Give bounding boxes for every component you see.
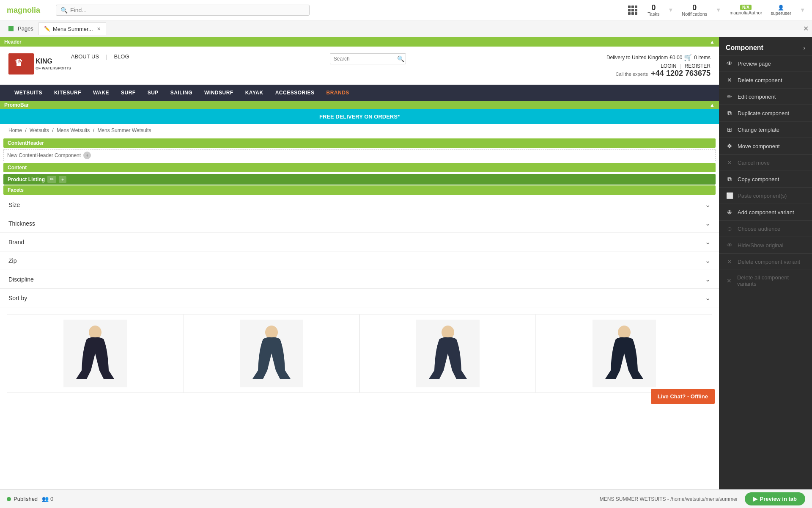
kow-logo: ♛ KING OF WATERSPORTS [8,53,71,75]
add-content-header-button[interactable]: + [83,152,91,159]
content-section-label[interactable]: Content [3,163,716,172]
facets-section-label[interactable]: Facets [3,185,716,195]
add-product-listing-button[interactable]: + [59,176,66,183]
header-nav-links: ABOUT US | BLOG [71,53,129,60]
published-dot [7,497,11,501]
header-section-label[interactable]: Header ▲ [0,37,719,47]
author-badge[interactable]: N/A magnoliaAuthor [730,5,762,15]
logo-box: ♛ [8,53,34,75]
user-icon: 👤 [778,5,784,11]
grid-icon[interactable] [628,6,637,15]
products-grid [0,307,719,400]
page-content[interactable]: Header ▲ ♛ KING OF WATERSPORTS [0,37,719,489]
delete-variant-icon: ✕ [726,258,733,265]
product-card-2[interactable] [183,314,359,393]
nav-accessories[interactable]: ACCESSORIES [269,85,321,101]
discipline-chevron: ⌄ [705,275,710,283]
nav-kitesurf[interactable]: KITESURF [48,85,87,101]
find-input[interactable] [70,7,305,14]
active-tab[interactable]: ✏️ Mens Summer... × [38,22,106,35]
logo-text: KING OF WATERSPORTS [36,57,71,71]
filter-zip[interactable]: Zip ⌄ [0,251,719,270]
magnolia-logo[interactable]: magnolia [7,5,41,15]
users-icon: 👥 [42,496,49,502]
product-card-4[interactable] [536,314,712,393]
edit-product-listing-button[interactable]: ✏ [47,176,56,183]
header-search: 🔍 [129,53,606,64]
thickness-chevron: ⌄ [705,219,710,227]
live-chat-button[interactable]: Live Chat? - Offline [651,389,715,404]
nav-brands[interactable]: BRANDS [321,85,355,101]
store-header: ♛ KING OF WATERSPORTS ABOUT US | BLOG [0,47,719,85]
paste-icon: ⬜ [726,192,733,199]
sortby-chevron: ⌄ [705,294,710,302]
component-sidebar: Component › 👁 Preview page ✕ Delete comp… [719,37,812,489]
filter-sortby[interactable]: Sort by ⌄ [0,289,719,307]
filter-size[interactable]: Size ⌄ [0,196,719,214]
sidebar-hide-show-original: 👁 Hide/Show original [719,237,812,253]
nav-windsurf[interactable]: WINDSURF [198,85,239,101]
user-count: 👥 0 [42,496,53,502]
cart-icon[interactable]: 🛒 [684,53,692,61]
promobar-chevron: ▲ [710,102,715,108]
find-bar[interactable]: 🔍 [56,5,310,16]
bottom-bar: Published 👥 0 MENS SUMMER WETSUITS - /ho… [0,489,812,508]
copy-icon: ⧉ [726,175,733,183]
svg-point-3 [265,326,278,339]
sidebar-add-variant[interactable]: ⊕ Add component variant [719,204,812,220]
breadcrumb: Home / Wetsuits / Mens Wetsuits / Mens S… [0,124,719,137]
nav-wetsuits[interactable]: WETSUITS [8,85,48,101]
tab-bar-close-button[interactable]: ✕ [803,25,809,33]
pages-tab[interactable]: Pages [3,23,38,34]
svg-text:magnolia: magnolia [7,6,41,14]
filter-thickness[interactable]: Thickness ⌄ [0,214,719,233]
duplicate-icon: ⧉ [726,109,733,117]
preview-in-tab-button[interactable]: ▶ Preview in tab [745,492,805,505]
product-image-3 [416,320,480,387]
page-path: MENS SUMMER WETSUITS - /home/wetsuits/me… [600,496,738,502]
sidebar-preview-page[interactable]: 👁 Preview page [719,55,812,72]
phone-info: Call the experts +44 1202 763675 [606,69,710,78]
top-bar-right: 0 Tasks ▼ 0 Notifications ▼ N/A magnolia… [628,4,805,17]
filters-list: Size ⌄ Thickness ⌄ Brand ⌄ Zip ⌄ Discipl… [0,196,719,307]
nav-kayak[interactable]: KAYAK [239,85,269,101]
new-component-bar: New ContentHeader Component + [3,149,716,161]
sidebar-change-template[interactable]: ⊞ Change template [719,121,812,138]
sidebar-copy-component[interactable]: ⧉ Copy component [719,171,812,187]
sidebar-edit-component[interactable]: ✏ Edit component [719,88,812,105]
product-listing-bar: Product Listing ✏ + [3,174,716,185]
product-card-3[interactable] [359,314,536,393]
top-bar: magnolia 🔍 0 Tasks ▼ 0 Notifications ▼ N… [0,0,812,20]
brand-chevron: ⌄ [705,238,710,246]
content-header-label[interactable]: ContentHeader [3,138,716,148]
delete-icon: ✕ [726,76,733,84]
tasks-button[interactable]: 0 Tasks [647,4,659,17]
store-search-bar[interactable]: 🔍 [330,53,406,64]
user-menu[interactable]: 👤 superuser [771,5,791,16]
store-search-input[interactable] [334,56,397,62]
main-layout: Header ▲ ♛ KING OF WATERSPORTS [0,37,812,489]
search-submit-icon[interactable]: 🔍 [397,55,404,62]
nav-sailing[interactable]: SAILING [165,85,198,101]
sidebar-expand-icon[interactable]: › [803,44,805,51]
product-image-4 [593,320,656,387]
nav-wake[interactable]: WAKE [87,85,115,101]
sidebar-delete-component[interactable]: ✕ Delete component [719,72,812,88]
header-chevron: ▲ [710,39,715,45]
sidebar-choose-audience: ☺ Choose audience [719,220,812,237]
header-top-row: ♛ KING OF WATERSPORTS ABOUT US | BLOG [8,50,710,81]
notifications-button[interactable]: 0 Notifications [682,4,707,17]
filter-brand[interactable]: Brand ⌄ [0,233,719,251]
filter-discipline[interactable]: Discipline ⌄ [0,270,719,289]
cancel-move-icon: ✕ [726,159,733,166]
nav-sup[interactable]: SUP [142,85,165,101]
sidebar-move-component[interactable]: ✥ Move component [719,138,812,154]
header-right: Delivery to United Kingdom £0.00 🛒 0 ite… [606,53,710,78]
sidebar-paste-component: ⬜ Paste component(s) [719,187,812,204]
sidebar-duplicate-component[interactable]: ⧉ Duplicate component [719,105,812,121]
tab-close-button[interactable]: × [97,25,101,32]
product-card-1[interactable] [7,314,183,393]
nav-surf[interactable]: SURF [115,85,142,101]
promobar-section-label[interactable]: PromoBar ▲ [0,101,719,109]
store-navbar: WETSUITS KITESURF WAKE SURF SUP SAILING … [0,85,719,101]
